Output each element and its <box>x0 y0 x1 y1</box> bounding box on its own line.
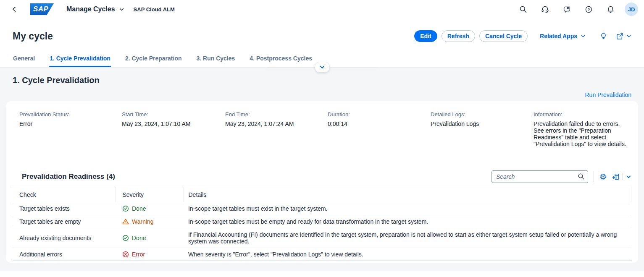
cancel-cycle-button[interactable]: Cancel Cycle <box>479 30 528 42</box>
app-title-menu[interactable]: Manage Cycles <box>66 5 124 13</box>
product-name: SAP Cloud ALM <box>134 6 175 13</box>
table-toolbar: Prevalidation Readiness (4) ⚙ <box>13 168 631 185</box>
table-settings-button[interactable]: ⚙ <box>599 173 607 181</box>
chevron-down-icon <box>626 174 631 180</box>
divider <box>330 67 377 68</box>
related-apps-label: Related Apps <box>540 33 577 39</box>
severity-label: Done <box>132 235 146 241</box>
severity-cell: Warning <box>116 215 184 228</box>
table-row: Target tables are empty Warning In-scope… <box>13 215 631 228</box>
field-value: May 23, 2024, 1:07:10 AM <box>122 120 225 127</box>
divider <box>623 173 623 180</box>
shell-header: SAP Manage Cycles SAP Cloud ALM <box>0 0 644 18</box>
check-cell: Additional errors <box>13 248 116 261</box>
field-information: Information: Prevalidation failed due to… <box>534 111 631 147</box>
check-cell: Already existing documents <box>13 228 116 248</box>
support-button[interactable] <box>537 2 552 17</box>
collapse-header-button[interactable] <box>315 62 330 73</box>
search-button[interactable] <box>515 2 531 17</box>
severity-label: Warning <box>132 218 154 225</box>
severity-label: Error <box>132 251 145 258</box>
field-label: Start Time: <box>122 111 225 118</box>
column-header-check[interactable]: Check <box>13 187 116 202</box>
tab-postprocess-cycles[interactable]: 4. Postprocess Cycles <box>249 51 313 67</box>
edit-button[interactable]: Edit <box>414 30 437 42</box>
bell-icon <box>607 5 615 13</box>
warning-icon <box>122 218 129 225</box>
tab-general[interactable]: General <box>13 51 35 67</box>
table-header-row: Check Severity Details <box>13 187 631 202</box>
field-label: Information: <box>534 111 631 118</box>
details-cell: If Financial Accounting (FI) documents a… <box>184 228 631 248</box>
notifications-button[interactable] <box>603 2 618 17</box>
back-button[interactable] <box>7 2 22 17</box>
share-button[interactable] <box>616 32 631 40</box>
column-header-details[interactable]: Details <box>184 187 631 202</box>
table-controls: ⚙ <box>492 170 631 183</box>
severity-cell: Error <box>116 248 184 261</box>
prevalidation-card: Prevalidation Status: Error Start Time: … <box>6 101 638 263</box>
table-row: Additional errors Error When severity is… <box>13 248 631 261</box>
prevalidation-logs-link[interactable]: Prevalidation Logs <box>431 120 534 127</box>
field-detailed-logs: Detailed Logs: Prevalidation Logs <box>431 111 534 147</box>
gear-icon: ⚙ <box>599 173 607 181</box>
severity-cell: Done <box>116 228 184 248</box>
field-label: Prevalidation Status: <box>19 111 122 118</box>
prevalidation-fields: Prevalidation Status: Error Start Time: … <box>19 111 631 147</box>
field-label: Duration: <box>328 111 431 118</box>
severity-cell: Done <box>116 202 184 215</box>
content-area: 1. Cycle Prevalidation Run Prevalidation… <box>0 68 644 271</box>
field-label: End Time: <box>225 111 328 118</box>
field-start-time: Start Time: May 23, 2024, 1:07:10 AM <box>122 111 225 147</box>
section-actions: Run Prevalidation <box>0 91 644 98</box>
question-mark-circle-icon: ? <box>585 5 593 13</box>
page-header: My cycle Edit Refresh Cancel Cycle Relat… <box>0 18 644 68</box>
table-search <box>492 170 588 183</box>
related-apps-button[interactable]: Related Apps <box>534 30 591 42</box>
feedback-button[interactable] <box>559 2 574 17</box>
run-prevalidation-link[interactable]: Run Prevalidation <box>585 91 631 98</box>
field-prevalidation-status: Prevalidation Status: Error <box>19 111 122 147</box>
tab-run-cycles[interactable]: 3. Run Cycles <box>196 51 236 67</box>
tab-cycle-preparation[interactable]: 2. Cycle Preparation <box>125 51 182 67</box>
table-row: Target tables exists Done In-scope targe… <box>13 202 631 215</box>
idea-button[interactable] <box>599 32 607 40</box>
chevron-left-icon <box>11 6 18 13</box>
readiness-table: Check Severity Details Target tables exi… <box>13 187 631 261</box>
details-cell: When severity is "Error", select "Preval… <box>184 248 631 261</box>
app-title: Manage Cycles <box>66 5 115 13</box>
details-cell: In-scope target tables must be empty and… <box>184 215 631 228</box>
shell-actions: ? JD <box>515 2 638 17</box>
chevron-down-icon <box>626 34 631 39</box>
lightbulb-icon <box>599 32 607 40</box>
svg-text:?: ? <box>587 7 589 11</box>
check-cell: Target tables are empty <box>13 215 116 228</box>
share-box-arrow-icon <box>616 32 624 40</box>
column-header-severity[interactable]: Severity <box>116 187 184 202</box>
field-label: Detailed Logs: <box>431 111 534 118</box>
headset-icon <box>541 5 549 13</box>
search-icon[interactable] <box>578 173 585 180</box>
success-icon <box>122 205 129 212</box>
help-button[interactable]: ? <box>581 2 596 17</box>
chat-smiley-icon <box>563 5 571 13</box>
avatar[interactable]: JD <box>625 3 638 16</box>
search-icon <box>519 5 527 13</box>
table-row: Already existing documents Done If Finan… <box>13 228 631 248</box>
search-input[interactable] <box>492 170 588 183</box>
refresh-button[interactable]: Refresh <box>442 30 475 42</box>
avatar-initials: JD <box>628 6 635 13</box>
chevron-down-icon <box>119 7 124 12</box>
severity-label: Done <box>132 205 146 212</box>
chevron-down-icon <box>581 34 586 39</box>
sap-logo: SAP <box>30 3 54 15</box>
field-end-time: End Time: May 23, 2024, 1:07:24 AM <box>225 111 328 147</box>
export-button[interactable] <box>612 173 631 180</box>
header-actions: Edit Refresh Cancel Cycle Related Apps <box>414 30 631 42</box>
check-cell: Target tables exists <box>13 202 116 215</box>
field-value: May 23, 2024, 1:07:24 AM <box>225 120 328 127</box>
export-spreadsheet-icon <box>612 173 620 180</box>
tab-cycle-prevalidation[interactable]: 1. Cycle Prevalidation <box>49 51 111 67</box>
success-icon <box>122 235 129 241</box>
readiness-table-section: Prevalidation Readiness (4) ⚙ <box>13 168 631 261</box>
